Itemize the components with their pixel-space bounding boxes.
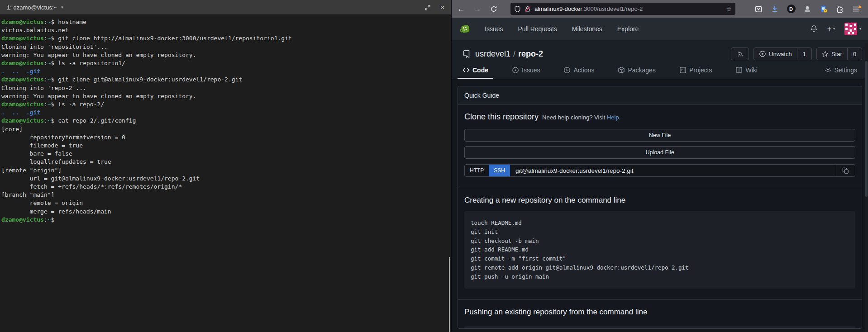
tab-projects[interactable]: Projects xyxy=(674,66,717,79)
shield-icon[interactable] xyxy=(514,5,521,13)
forward-button[interactable]: → xyxy=(472,3,483,15)
tab-issues[interactable]: Issues xyxy=(507,66,545,79)
tab-code[interactable]: Code xyxy=(458,66,493,79)
reload-button[interactable] xyxy=(488,3,500,15)
terminal-line: repositoryformatversion = 0 xyxy=(1,133,451,142)
url-bar[interactable]: almalinux9-docker:3000/usrdevel1/repo-2 … xyxy=(510,3,735,15)
restore-window-icon[interactable] xyxy=(424,4,431,11)
terminal-line: logallrefupdates = true xyxy=(1,158,451,166)
create-code-block: touch README.mdgit initgit checkout -b m… xyxy=(464,211,855,289)
page-scrollbar[interactable] xyxy=(865,43,868,332)
close-window-icon[interactable]: × xyxy=(439,4,446,11)
terminal-line: [remote "origin"] xyxy=(1,166,451,175)
new-file-button[interactable]: New File xyxy=(464,129,855,142)
repo-content: Quick Guide Clone this repository Need h… xyxy=(452,79,868,332)
upload-file-button[interactable]: Upload File xyxy=(464,146,855,159)
tab-wiki[interactable]: Wiki xyxy=(730,66,762,79)
ssh-toggle-button[interactable]: SSH xyxy=(489,165,510,176)
stars-count[interactable]: 0 xyxy=(847,48,862,60)
terminal-output: dzamo@victus:~$ hostnamevictus.balaitus.… xyxy=(0,15,451,224)
profile-icon[interactable] xyxy=(802,4,813,14)
terminal-line: fetch = +refs/heads/*:refs/remotes/origi… xyxy=(1,183,451,191)
terminal-line: [branch "main"] xyxy=(1,191,451,199)
extension-document-clock-icon[interactable] xyxy=(818,4,829,14)
repo-owner-link[interactable]: usrdevel1 xyxy=(475,49,510,58)
terminal-line: url = git@almalinux9-docker:usrdevel1/re… xyxy=(1,175,451,183)
code-line: git push -u origin main xyxy=(471,272,849,281)
user-menu[interactable]: ▾ xyxy=(844,23,861,35)
terminal-title: 1: dzamo@victus:~ xyxy=(7,4,57,11)
clone-url-input[interactable]: git@almalinux9-docker:usrdevel1/repo-2.g… xyxy=(510,165,836,176)
nav-item-milestones[interactable]: Milestones xyxy=(572,25,602,33)
rss-feed-button[interactable] xyxy=(731,47,749,60)
create-repo-title: Creating a new repository on the command… xyxy=(464,196,855,205)
repo-tabs: Code Issues Actions xyxy=(452,60,868,79)
avatar xyxy=(844,23,857,35)
create-repo-section: Creating a new repository on the command… xyxy=(458,188,862,299)
connection-insecure-icon[interactable] xyxy=(524,5,531,13)
clone-url-bar: HTTP SSH git@almalinux9-docker:usrdevel1… xyxy=(464,164,855,177)
terminal-line: filemode = true xyxy=(1,142,451,150)
chevron-down-icon: ▾ xyxy=(859,27,861,31)
code-line: git commit -m "first commit" xyxy=(471,254,849,263)
gitea-logo-icon[interactable] xyxy=(458,23,472,35)
menu-icon[interactable] xyxy=(851,4,862,14)
create-new-button[interactable]: + ▾ xyxy=(827,25,835,33)
nav-item-pull-requests[interactable]: Pull Requests xyxy=(518,25,557,33)
star-button-group[interactable]: Star 0 xyxy=(816,47,862,60)
terminal-line: dzamo@victus:~$ ls -a repo-2/ xyxy=(1,100,451,109)
terminal-line: dzamo@victus:~$ git clone http://almalin… xyxy=(1,34,451,43)
code-line: git init xyxy=(471,228,849,237)
extension-darkreader-icon[interactable]: D xyxy=(786,4,796,14)
clone-section-title: Clone this repository xyxy=(464,112,539,122)
clone-hint: Need help cloning? Visit Help. xyxy=(542,114,620,121)
unwatch-button-group[interactable]: Unwatch 1 xyxy=(754,47,812,60)
terminal-line: dzamo@victus:~$ git clone git@almalinux9… xyxy=(1,76,451,84)
downloads-icon[interactable] xyxy=(769,4,780,14)
chevron-down-icon[interactable]: ▾ xyxy=(61,5,63,9)
code-line: git checkout -b main xyxy=(471,237,849,246)
terminal-line: warning: You appear to have cloned an em… xyxy=(1,51,451,59)
code-line: git remote add origin git@almalinux9-doc… xyxy=(471,263,849,272)
unwatch-button[interactable]: Unwatch xyxy=(754,48,797,60)
page-scrollbar-thumb[interactable] xyxy=(865,61,868,197)
pocket-icon[interactable] xyxy=(753,4,764,14)
tab-settings[interactable]: Settings xyxy=(820,66,862,79)
terminal-line: victus.balaitus.net xyxy=(1,26,451,34)
star-button[interactable]: Star xyxy=(817,48,847,60)
watchers-count[interactable]: 1 xyxy=(797,48,811,60)
quick-guide-box: Quick Guide Clone this repository Need h… xyxy=(458,86,862,329)
url-path: :3000/usrdevel1/repo-2 xyxy=(582,5,643,12)
terminal-scrollbar[interactable] xyxy=(449,257,450,332)
terminal-window: 1: dzamo@victus:~ ▾ × dzamo@victus:~$ ho… xyxy=(0,0,451,332)
terminal-line: dzamo@victus:~$ ls -a repositorio1/ xyxy=(1,59,451,67)
repo-header: usrdevel1/repo-2 Unwatch xyxy=(452,40,868,79)
repo-book-icon xyxy=(462,50,471,58)
terminal-line: bare = false xyxy=(1,150,451,158)
terminal-line: dzamo@victus:~$ xyxy=(1,216,451,224)
push-code-block xyxy=(464,326,855,328)
tab-packages[interactable]: Packages xyxy=(613,66,660,79)
repo-name-link[interactable]: repo-2 xyxy=(518,49,543,58)
tab-actions[interactable]: Actions xyxy=(558,66,599,79)
back-button[interactable]: ← xyxy=(455,3,467,15)
chevron-down-icon: ▾ xyxy=(833,27,835,31)
terminal-line: dzamo@victus:~$ cat repo-2/.git/config xyxy=(1,117,451,125)
nav-item-issues[interactable]: Issues xyxy=(485,25,503,33)
http-toggle-button[interactable]: HTTP xyxy=(465,165,489,176)
url-text[interactable]: almalinux9-docker:3000/usrdevel1/repo-2 xyxy=(534,5,723,12)
terminal-line: [core] xyxy=(1,125,451,133)
browser-toolbar: ← → almalinux9-docker:3000/usrdevel1/rep… xyxy=(452,0,868,18)
bookmark-star-icon[interactable]: ☆ xyxy=(726,5,732,13)
clone-section: Clone this repository Need help cloning?… xyxy=(458,105,862,188)
extensions-puzzle-icon[interactable] xyxy=(835,4,845,14)
notifications-bell-icon[interactable] xyxy=(810,25,818,33)
terminal-line: dzamo@victus:~$ hostname xyxy=(1,18,451,26)
nav-item-explore[interactable]: Explore xyxy=(617,25,639,33)
code-line: git add README.md xyxy=(471,245,849,254)
terminal-line: . .. .git xyxy=(1,109,451,117)
quick-guide-header: Quick Guide xyxy=(458,86,862,105)
terminal-titlebar[interactable]: 1: dzamo@victus:~ ▾ × xyxy=(0,0,451,15)
copy-url-button[interactable] xyxy=(836,165,855,176)
help-link[interactable]: Help xyxy=(607,114,619,121)
